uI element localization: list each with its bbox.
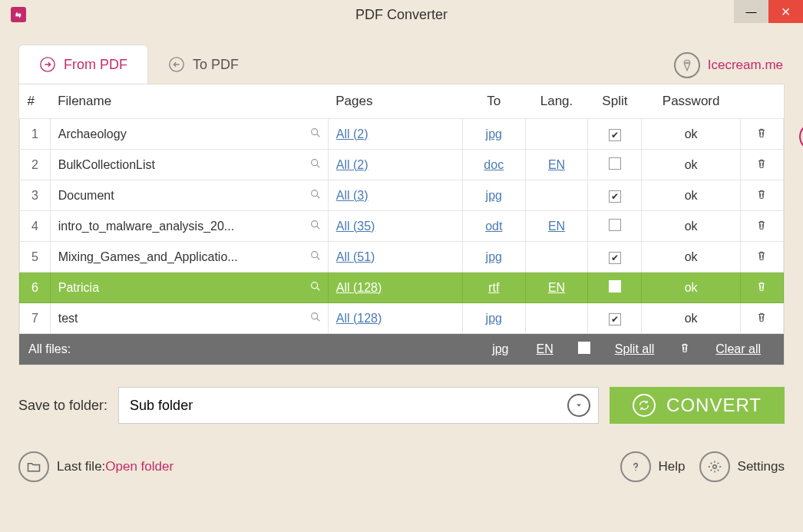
row-to[interactable]: doc xyxy=(462,150,525,180)
row-pages[interactable]: All (35) xyxy=(328,211,462,242)
row-password: ok xyxy=(642,119,740,150)
tab-from-label: From PDF xyxy=(64,57,127,73)
table-row[interactable]: 6PatriciaAll (128)rtfENok xyxy=(20,273,784,303)
summary-split-all[interactable]: Split all xyxy=(601,342,669,356)
row-filename: BulkCollectionList xyxy=(50,150,328,180)
open-folder-link[interactable]: Open folder xyxy=(105,459,173,474)
table-row[interactable]: 3DocumentAll (3)jpg✔ok xyxy=(20,180,784,211)
table-row[interactable]: 7testAll (128)jpg✔ok xyxy=(20,303,784,334)
row-filename: Patricia xyxy=(50,273,328,303)
svg-point-8 xyxy=(311,312,317,319)
settings-label: Settings xyxy=(738,459,785,474)
row-delete[interactable] xyxy=(740,180,783,211)
convert-label: CONVERT xyxy=(666,395,762,416)
help-label: Help xyxy=(659,459,686,474)
row-lang[interactable]: EN xyxy=(525,211,588,242)
table-row[interactable]: 4intro_to_malware_analysis_20...All (35)… xyxy=(20,211,784,242)
col-split: Split xyxy=(588,84,642,119)
row-split[interactable] xyxy=(588,150,642,180)
row-num: 7 xyxy=(20,303,51,334)
row-filename: Document xyxy=(50,180,328,211)
summary-trash-icon[interactable] xyxy=(668,342,702,357)
row-split[interactable]: ✔ xyxy=(588,119,642,150)
row-delete[interactable] xyxy=(740,303,783,334)
summary-to[interactable]: jpg xyxy=(478,342,522,356)
row-delete[interactable] xyxy=(740,211,783,242)
col-password: Password xyxy=(642,84,740,119)
row-delete[interactable] xyxy=(740,119,783,150)
summary-row: All files: jpg EN Split all Clear all xyxy=(19,334,784,365)
row-lang[interactable] xyxy=(525,242,588,273)
preview-icon[interactable] xyxy=(309,311,322,326)
folder-icon[interactable] xyxy=(18,451,49,482)
row-to[interactable]: jpg xyxy=(462,303,525,334)
row-filename: Archaeology xyxy=(50,119,328,150)
row-pages[interactable]: All (2) xyxy=(328,150,462,180)
row-delete[interactable] xyxy=(740,273,783,303)
row-pages[interactable]: All (128) xyxy=(328,273,462,303)
to-pdf-icon xyxy=(168,56,185,73)
row-lang[interactable] xyxy=(525,180,588,211)
minimize-button[interactable]: — xyxy=(734,0,768,23)
row-lang[interactable] xyxy=(525,303,588,334)
row-split[interactable] xyxy=(588,273,642,303)
table-row[interactable]: 1ArchaeologyAll (2)jpg✔ok xyxy=(20,119,784,150)
row-num: 4 xyxy=(20,211,51,242)
row-split[interactable]: ✔ xyxy=(588,180,642,211)
folder-select[interactable]: Sub folder xyxy=(118,387,599,424)
row-to[interactable]: jpg xyxy=(462,242,525,273)
row-lang[interactable]: EN xyxy=(525,273,588,303)
col-num: # xyxy=(20,84,51,119)
col-to: To xyxy=(462,84,525,119)
row-split[interactable] xyxy=(588,211,642,242)
preview-icon[interactable] xyxy=(309,280,322,296)
brand-link[interactable]: Icecream.me xyxy=(674,52,783,78)
col-pages: Pages xyxy=(328,84,462,119)
table-row[interactable]: 5Mixing_Games_and_Applicatio...All (51)j… xyxy=(20,242,784,273)
summary-label: All files: xyxy=(28,342,71,356)
folder-dropdown-icon[interactable] xyxy=(567,394,590,417)
help-icon xyxy=(620,451,651,482)
close-button[interactable]: × xyxy=(768,0,803,23)
row-password: ok xyxy=(642,273,740,303)
table-row[interactable]: 2BulkCollectionListAll (2)docENok xyxy=(20,150,784,180)
row-password: ok xyxy=(642,303,740,334)
summary-lang[interactable]: EN xyxy=(523,342,567,356)
col-filename: Filename xyxy=(50,84,328,119)
row-lang[interactable]: EN xyxy=(525,150,588,180)
row-delete[interactable] xyxy=(740,150,783,180)
summary-split-checkbox[interactable] xyxy=(578,342,590,354)
row-pages[interactable]: All (51) xyxy=(328,242,462,273)
add-file-button[interactable]: + xyxy=(799,123,803,150)
row-filename: test xyxy=(50,303,328,334)
preview-icon[interactable] xyxy=(309,188,322,203)
row-pages[interactable]: All (3) xyxy=(328,180,462,211)
window-title: PDF Converter xyxy=(0,7,803,23)
summary-clear-all[interactable]: Clear all xyxy=(702,342,775,356)
row-to[interactable]: jpg xyxy=(462,119,525,150)
help-button[interactable]: Help xyxy=(620,451,686,482)
tab-to-pdf[interactable]: To PDF xyxy=(148,45,259,84)
row-delete[interactable] xyxy=(740,242,783,273)
preview-icon[interactable] xyxy=(309,219,322,234)
save-label: Save to folder: xyxy=(18,398,107,414)
row-to[interactable]: rtf xyxy=(462,273,525,303)
row-pages[interactable]: All (128) xyxy=(328,303,462,334)
row-pages[interactable]: All (2) xyxy=(328,119,462,150)
brand-label: Icecream.me xyxy=(708,58,783,73)
preview-icon[interactable] xyxy=(309,127,322,142)
preview-icon[interactable] xyxy=(309,157,322,173)
row-num: 2 xyxy=(20,150,51,180)
svg-point-3 xyxy=(311,159,317,165)
row-to[interactable]: jpg xyxy=(462,180,525,211)
settings-button[interactable]: Settings xyxy=(699,451,785,482)
row-split[interactable]: ✔ xyxy=(588,303,642,334)
tab-from-pdf[interactable]: From PDF xyxy=(18,45,148,84)
row-lang[interactable] xyxy=(525,119,588,150)
tabs: From PDF To PDF Icecream.me xyxy=(0,29,803,84)
convert-button[interactable]: CONVERT xyxy=(610,387,785,424)
preview-icon[interactable] xyxy=(309,249,322,265)
row-num: 1 xyxy=(20,119,51,150)
row-to[interactable]: odt xyxy=(462,211,525,242)
row-split[interactable]: ✔ xyxy=(588,242,642,273)
